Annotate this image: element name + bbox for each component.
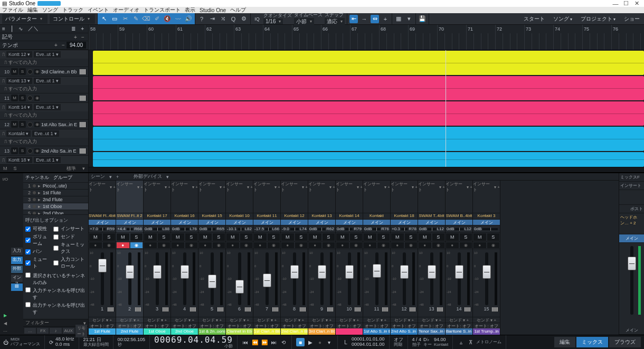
ruler-tools[interactable]: ≡ ⎮ ∿ ／＼ ≣ +	[0, 25, 88, 33]
recall-option[interactable]: 選択されているチャンネルのみ	[25, 272, 86, 286]
track-output[interactable]: Eve..ut 1 ▾	[34, 157, 61, 163]
menu-item[interactable]: ヘルプ	[230, 6, 246, 14]
fader[interactable]	[455, 265, 463, 279]
track-input[interactable]: Kontakt ▾	[6, 130, 31, 137]
grid-icon[interactable]: ▦	[394, 15, 403, 23]
height-dropdown-icon[interactable]: ▾	[82, 166, 85, 171]
solo-button[interactable]: S	[487, 233, 500, 241]
monitor-button[interactable]: ◉	[213, 242, 225, 248]
instrument-name[interactable]: Kontakt 17	[144, 213, 171, 220]
pan-value[interactable]: R59	[107, 227, 115, 231]
pan-slider[interactable]	[482, 228, 498, 230]
main-out-label[interactable]: メイン	[619, 234, 644, 243]
add-track-icon[interactable]: +	[81, 26, 84, 32]
automation-mode[interactable]: オート: オフ	[253, 323, 280, 328]
arm-button[interactable]: ●	[364, 242, 376, 248]
info-icon[interactable]: ?	[197, 15, 206, 23]
instrument-name[interactable]: Kontakt 18	[391, 213, 418, 220]
track-input[interactable]: Kontt 14 ▾	[6, 104, 32, 110]
strip-name[interactable]: Tenor Sax..in B	[418, 328, 445, 335]
toolbar-link[interactable]: ソング▾	[549, 15, 576, 23]
crossfade-icon[interactable]: ⤭	[219, 15, 227, 23]
track-mute[interactable]: M	[11, 68, 18, 75]
insert-slot[interactable]: インサート▾ +	[89, 181, 116, 193]
recall-option[interactable]: ミュート	[25, 256, 48, 270]
mixer-filter-button[interactable]: AUX	[63, 328, 74, 334]
send-slot[interactable]: センド ▾ +	[363, 317, 390, 323]
monitor-button[interactable]: ◉	[350, 242, 363, 248]
output-routing[interactable]: メイン	[144, 220, 171, 225]
track-input[interactable]: Kontt 18 ▾	[6, 157, 32, 163]
minimize-button[interactable]: —	[610, 1, 621, 7]
filter-label[interactable]: フィルター	[25, 319, 49, 326]
insert-slot[interactable]: インサート▾ +	[144, 181, 171, 193]
keyboard-icon[interactable]	[108, 307, 114, 312]
fader[interactable]	[290, 265, 299, 279]
pan-value[interactable]: L12	[437, 227, 444, 231]
keyboard-icon[interactable]	[190, 307, 196, 312]
pan-value[interactable]: L76	[190, 227, 197, 231]
track-input[interactable]: Kontt 12 ▾	[6, 51, 32, 58]
mute-button[interactable]: M	[473, 233, 486, 241]
mute-button[interactable]: M	[254, 233, 267, 241]
keyboard-icon[interactable]	[80, 69, 86, 74]
solo-button[interactable]: S	[350, 233, 363, 241]
insert-slot[interactable]: インサート▾ +	[473, 181, 500, 193]
pan-slider[interactable]	[238, 228, 243, 230]
track-monitor[interactable]: ◉	[34, 148, 40, 154]
mixer-strip[interactable]: インサート▾ +Kontakt 12メイン-9.0L74MS●◉100-10-2…	[281, 181, 308, 335]
output-routing[interactable]: メイン	[363, 220, 390, 225]
mixer-strip[interactable]: インサート▾ +Kontakt 13メイン0dBR62MS●◉100-10-24…	[308, 181, 336, 335]
menu-item[interactable]: トラック	[62, 6, 83, 14]
gain-value[interactable]: 0dB	[200, 227, 207, 231]
scene-dropdown-icon[interactable]: ▾	[109, 174, 112, 180]
track-input[interactable]: Kontt 13 ▾	[6, 78, 32, 84]
pan-slider[interactable]	[428, 228, 435, 230]
insert-slot[interactable]: インサート▾ +	[116, 181, 143, 193]
preroll-icon[interactable]: ⊼	[467, 338, 474, 346]
arm-button[interactable]: ●	[309, 242, 321, 248]
channel-list-item[interactable]: Picco(..ute)	[43, 183, 87, 188]
external-devices-label[interactable]: 外部デバイス	[134, 173, 162, 180]
send-slot[interactable]: センド ▾ +	[336, 317, 363, 323]
mute-button[interactable]: M	[172, 233, 184, 241]
erase-tool-icon[interactable]: ⌫	[142, 15, 150, 23]
tempo-value[interactable]: 94.00	[67, 42, 86, 49]
pan-slider[interactable]	[455, 228, 463, 230]
fader[interactable]	[263, 273, 271, 287]
arm-button[interactable]: ●	[226, 242, 239, 248]
arrangement-canvas[interactable]	[89, 50, 644, 172]
forward-step-icon[interactable]: ⇥	[208, 15, 216, 23]
send-slot[interactable]: センド ▾ +	[171, 317, 198, 323]
mixer-side-tab[interactable]: 外部	[11, 266, 23, 273]
solo-button[interactable]: S	[405, 233, 418, 241]
mixfx-label[interactable]: ミックスF	[619, 173, 644, 182]
strip-name[interactable]: 1st Flute	[89, 328, 116, 335]
instrument-name[interactable]: Kontakt 15	[198, 213, 225, 220]
insert-slot[interactable]: インサート▾ +	[391, 181, 418, 193]
global-solo[interactable]: S	[14, 166, 17, 171]
gain-value[interactable]: +7.0	[90, 227, 98, 231]
keyboard-icon[interactable]	[135, 307, 141, 312]
gain-value[interactable]: 0dB	[172, 227, 179, 231]
automation-icon[interactable]: ／＼	[28, 25, 39, 32]
monitor-button[interactable]: ◉	[323, 242, 335, 248]
track-output[interactable]: Eve..ut 1 ▾	[34, 51, 61, 58]
keyboard-icon[interactable]	[355, 307, 361, 312]
timebase-value[interactable]: 小節	[294, 18, 314, 25]
listen-tool-icon[interactable]: 🔊	[184, 15, 193, 23]
monitor-button[interactable]: ◉	[130, 242, 143, 248]
output-routing[interactable]: メイン	[89, 220, 116, 225]
channel-list-item[interactable]: 2nd Flute	[43, 197, 87, 202]
insert-slot[interactable]: インサート▾ +	[226, 181, 253, 193]
toolbar-link[interactable]: ショー	[620, 15, 644, 23]
instrument-name[interactable]: Kontakt 16	[171, 213, 198, 220]
mixer-strip[interactable]: インサート▾ +Kontakt 14メイン0dBR79MS●◉100-10-24…	[336, 181, 363, 335]
keyboard-icon[interactable]	[80, 96, 86, 101]
fader[interactable]	[153, 265, 162, 279]
track-arm[interactable]	[27, 69, 33, 74]
strip-name[interactable]: 1st Oboe	[144, 328, 171, 335]
track-arm[interactable]	[27, 96, 33, 101]
track-name[interactable]: 2nd Alto Sa..in E	[41, 148, 78, 154]
output-routing[interactable]: メイン	[446, 220, 472, 225]
